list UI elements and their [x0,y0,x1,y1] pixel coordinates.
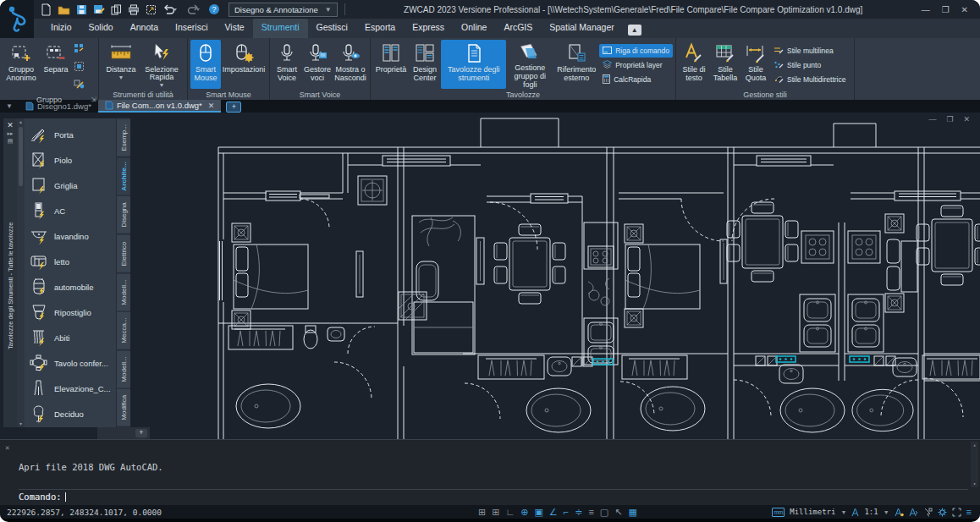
tab-solido[interactable]: Solido [80,19,122,38]
proprieta-button[interactable]: Proprietà [373,40,409,89]
add-layout-button[interactable]: + [135,429,147,437]
group-select-icon[interactable] [74,60,85,75]
gestione-fogli-button[interactable]: Gestione gruppo di fogli [506,40,553,89]
palette-item-porta[interactable]: Porta [30,122,116,147]
doc-tab-file-compare[interactable]: File Com...on v1.0.dwg* ✕ [98,100,221,113]
transparency-toggle-icon[interactable]: ▢ [600,506,608,518]
save-icon[interactable] [76,3,87,16]
calcrapida-button[interactable]: CalcRapida [599,73,673,86]
palette-tab-meccanico[interactable]: Mecca... [116,311,130,350]
drawing-canvas[interactable]: — ❐ ✕ [0,113,980,439]
dynamic-input-toggle-icon[interactable]: ⌐ [564,506,569,518]
stile-punto-button[interactable]: Stile punto [770,58,851,72]
maximize-button[interactable]: ❐ [942,5,950,14]
scroll-up-icon[interactable]: ▴ [973,442,977,448]
tab-gestisci[interactable]: Gestisci [308,19,356,38]
close-tab-icon[interactable]: ✕ [208,102,215,110]
new-file-icon[interactable] [41,3,52,16]
workspace-dropdown[interactable]: Disegno & Annotazione ▼ [228,3,338,17]
palette-item-abiti[interactable]: Abiti [30,325,116,350]
palette-tab-elettrico[interactable]: Elettrico [116,234,130,273]
stile-multidirettrice-button[interactable]: Stile Multidirettrice [770,73,851,86]
chevron-down-icon[interactable]: ▼ [884,509,889,515]
close-button[interactable]: ✕ [961,5,968,14]
dynamic-ucs-icon[interactable]: ▦ [628,506,636,518]
palette-item-automobile[interactable]: automobile [30,274,116,299]
palette-tab-esempio[interactable]: Esemp... [116,118,130,157]
selezione-rapida-button[interactable]: Selezione Rapida ▼ [140,40,183,89]
separa-button[interactable]: Separa [40,40,72,89]
group-edit-icon[interactable] [74,42,85,58]
tab-strumenti[interactable]: Strumenti [253,19,308,38]
palette-item-letto[interactable]: letto [30,249,116,274]
palette-item-lavandino[interactable]: lavandino [30,223,116,249]
smart-voice-button[interactable]: Smart Voice [273,40,301,89]
command-scrollbar[interactable]: ▴ ▾ [971,442,978,487]
command-close-icon[interactable]: ✕ [5,443,9,452]
tab-annota[interactable]: Annota [122,19,167,38]
new-tab-button[interactable]: + [226,102,241,113]
tab-spatial-manager[interactable]: Spatial Manager [541,19,622,38]
impostazioni-button[interactable]: Impostazioni [221,40,267,89]
smart-mouse-button[interactable]: Smart Mouse [190,40,221,89]
palette-tab-disegna[interactable]: Disegna [116,195,130,234]
annotation-autoscale-icon[interactable] [909,508,918,517]
tab-express[interactable]: Express [404,19,453,38]
chevron-down-icon[interactable]: ▼ [840,509,846,515]
annotation-scale-label[interactable]: 1:1 [864,508,878,516]
print-icon[interactable] [128,3,140,16]
stile-tabella-button[interactable]: Stile Tabella [709,40,741,89]
proprieta-layer-button[interactable]: Proprietà layer [599,58,673,72]
gruppo-anonimo-button[interactable]: Gruppo Anonimo [3,40,40,89]
palette-tab-modifica[interactable]: Modifica [116,388,130,427]
save-as-icon[interactable] [93,3,105,16]
dialog-launcher-icon[interactable]: ⇲ [91,96,96,103]
plot-preview-icon[interactable] [146,3,157,16]
fullscreen-icon[interactable] [952,508,961,517]
palette-item-elevazione[interactable]: Elevazione_C... [30,376,116,401]
ortho-toggle-icon[interactable]: ∟ [505,506,515,518]
menu-icon[interactable]: ≡ [966,507,972,517]
command-input[interactable]: Comando: [19,489,968,503]
palette-item-griglia[interactable]: Griglia [30,173,116,198]
panel-footer-gruppo[interactable]: Gruppo ⇲ [0,96,98,104]
lineweight-toggle-icon[interactable]: ≑ [575,506,582,518]
open-folder-icon[interactable] [58,3,70,16]
redo-icon[interactable] [185,3,202,16]
app-logo[interactable] [0,0,34,38]
otrack-toggle-icon[interactable]: ∠ [549,506,558,518]
palette-close-icon[interactable]: ✕ [7,121,14,129]
distanza-button[interactable]: Distanza ▼ [102,40,140,89]
mostra-nascondi-button[interactable]: Mostra o Nascondi [333,40,367,89]
scroll-thumb[interactable] [19,127,23,186]
polar-toggle-icon[interactable]: ⊕ [520,506,528,518]
snap-toggle-icon[interactable]: ⊞ [478,506,486,518]
palette-properties-icon[interactable]: ▤ [8,137,14,145]
doc-restore-icon[interactable]: ❐ [946,115,953,124]
palette-item-ripostiglio[interactable]: Ripostiglio [30,299,116,325]
riferimento-esterno-button[interactable]: Riferimento esterno [553,40,599,89]
help-icon[interactable]: ? [208,3,220,16]
gear-icon[interactable] [938,508,947,517]
tab-arcgis[interactable]: ArcGIS [495,19,541,38]
palette-item-deciduo[interactable]: Deciduo [30,401,116,426]
grid-toggle-icon[interactable]: ⊞ [492,506,499,518]
design-center-button[interactable]: Design Center [409,40,441,89]
palette-tab-architettura[interactable]: Archite... [116,157,130,196]
stile-testo-button[interactable]: Stile di testo [679,40,709,89]
palette-tab-modellazione-2[interactable]: Modell... [116,350,130,389]
doc-minimize-icon[interactable]: — [928,115,936,124]
undo-icon[interactable] [162,3,179,16]
palette-tab-modellazione-1[interactable]: Modell... [116,273,130,312]
annotation-visibility-icon[interactable] [895,508,904,517]
tab-viste[interactable]: Viste [217,19,253,38]
palette-item-ac[interactable]: AC [30,198,116,223]
palette-scrollbar[interactable]: ▴ ▾ [17,118,25,427]
minimize-button[interactable]: — [922,5,930,14]
group-settings-icon[interactable] [74,78,85,93]
selection-preview-icon[interactable] [923,508,933,517]
palette-item-piolo[interactable]: Piolo [30,147,116,173]
palette-autohide-icon[interactable]: ▸▸ [7,129,13,137]
scroll-up-icon[interactable]: ▴ [19,118,22,125]
copy-sheets-icon[interactable] [111,3,122,16]
